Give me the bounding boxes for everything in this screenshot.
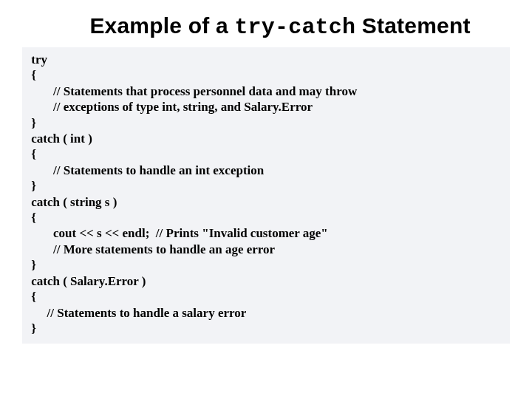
code-block: try { // Statements that process personn… xyxy=(28,52,504,336)
slide: Example of a try-catch Statement try { /… xyxy=(0,0,532,399)
title-prefix: Example of a xyxy=(89,13,234,38)
slide-title: Example of a try-catch Statement xyxy=(0,13,532,47)
title-suffix: Statement xyxy=(355,13,470,38)
title-mono: try-catch xyxy=(234,15,355,40)
code-box: try { // Statements that process personn… xyxy=(22,47,510,344)
